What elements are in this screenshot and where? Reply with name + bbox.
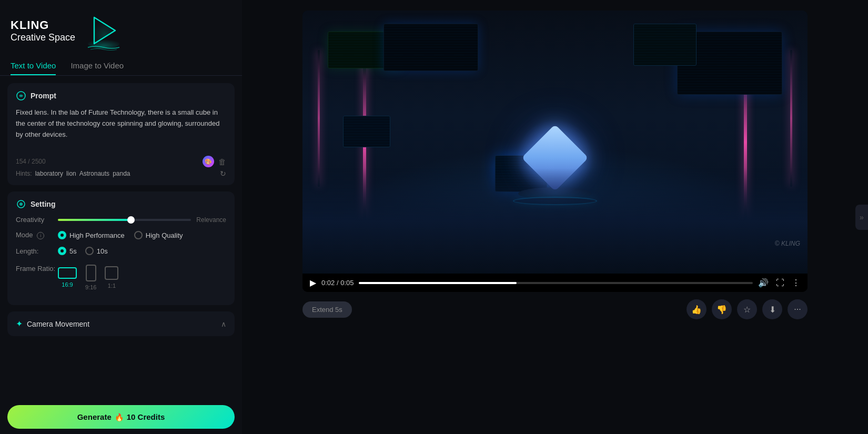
video-actions: 👍 👎 ☆ ⬇ ··· — [687, 299, 808, 319]
frame-label-916: 9:16 — [85, 284, 96, 290]
setting-icon — [16, 199, 26, 209]
mode-performance-label: High Performance — [69, 231, 125, 239]
mode-row: Mode i High Performance High Quality — [16, 231, 226, 239]
neon-pillar-far-right — [790, 50, 792, 187]
emoji-icon[interactable]: 🎨 — [203, 156, 214, 167]
camera-card[interactable]: ✦ Camera Movement ∧ — [7, 311, 235, 336]
logo-name-creative: Creative Space — [11, 32, 75, 43]
generate-credits: 10 Credits — [127, 412, 165, 421]
length-10s[interactable]: 10s — [85, 247, 108, 255]
tab-text-to-video[interactable]: Text to Video — [11, 57, 56, 75]
control-icons: 🔊 ⛶ ⋮ — [758, 278, 800, 288]
more-options-button[interactable]: ··· — [788, 299, 808, 319]
relevance-label: Relevance — [196, 216, 226, 224]
video-thumbnail: © KLING — [302, 11, 808, 274]
frame-ratio-label: Frame Ratio: — [16, 265, 58, 272]
logo-icon — [83, 9, 125, 52]
refresh-hints-icon[interactable]: ↻ — [220, 169, 226, 178]
length-5s-label: 5s — [69, 247, 77, 255]
chevron-right-icon: » — [860, 213, 864, 221]
download-button[interactable]: ⬇ — [762, 299, 782, 319]
generate-label: Generate — [77, 412, 112, 421]
frame-icon-wide — [58, 267, 77, 279]
frame-icon-square — [105, 266, 118, 280]
more-icon[interactable]: ⋮ — [792, 278, 800, 288]
video-player: © KLING ▶ 0:02 / 0:05 🔊 ⛶ ⋮ — [302, 11, 808, 292]
credit-icon: 🔥 — [115, 413, 124, 421]
mode-high-quality[interactable]: High Quality — [134, 231, 183, 239]
frame-label-169: 16:9 — [62, 281, 73, 288]
hint-laboratory[interactable]: laboratory — [35, 169, 63, 178]
frame-ratio-16-9[interactable]: 16:9 — [58, 267, 77, 288]
frame-ratio-1-1[interactable]: 1:1 — [105, 266, 118, 289]
svg-point-5 — [19, 203, 23, 206]
frame-ratio-row: Frame Ratio: 16:9 9:16 1:1 — [16, 263, 226, 290]
radio-dot-quality — [134, 231, 143, 239]
sidebar-content: Prompt Fixed lens. In the lab of Future … — [0, 83, 242, 434]
delete-icon[interactable]: 🗑 — [218, 157, 226, 166]
frame-icon-tall — [86, 265, 96, 281]
play-button[interactable]: ▶ — [310, 278, 316, 288]
logo-text: KLING Creative Space — [11, 18, 75, 43]
setting-header: Setting — [16, 199, 226, 209]
char-count: 154 / 2500 — [16, 158, 46, 165]
prompt-icon — [16, 90, 26, 101]
logo-area: KLING Creative Space — [0, 0, 242, 57]
progress-bar[interactable] — [359, 282, 753, 284]
volume-icon[interactable]: 🔊 — [758, 278, 769, 288]
time-display: 0:02 / 0:05 — [321, 279, 354, 287]
hint-lion[interactable]: lion — [66, 169, 76, 178]
frame-ratio-9-16[interactable]: 9:16 — [85, 265, 96, 290]
length-options: 5s 10s — [58, 247, 226, 255]
bg-screen-5 — [633, 24, 697, 66]
thumbs-up-button[interactable]: 👍 — [687, 299, 706, 319]
generate-btn-container: Generate 🔥 10 Credits — [0, 400, 242, 434]
creativity-label: Creativity — [16, 216, 58, 224]
mode-label: Mode i — [16, 231, 58, 239]
creativity-slider-container — [58, 219, 191, 221]
length-10s-label: 10s — [97, 247, 108, 255]
scene-floor — [302, 168, 808, 274]
hint-astronauts[interactable]: Astronauts — [79, 169, 109, 178]
sidebar: KLING Creative Space T — [0, 0, 242, 434]
nav-tabs: Text to Video Image to Video — [0, 57, 242, 76]
logo-name-kling: KLING — [11, 18, 75, 32]
prompt-textarea[interactable]: Fixed lens. In the lab of Future Technol… — [16, 107, 226, 149]
star-button[interactable]: ☆ — [737, 299, 757, 319]
prompt-title: Prompt — [31, 92, 56, 100]
collapse-right-panel[interactable]: » — [855, 205, 868, 230]
tab-image-to-video[interactable]: Image to Video — [70, 57, 124, 75]
length-row: Length: 5s 10s — [16, 247, 226, 255]
bg-screen-3 — [343, 116, 390, 147]
main-area: © KLING ▶ 0:02 / 0:05 🔊 ⛶ ⋮ Extend — [242, 0, 868, 434]
setting-title: Setting — [31, 200, 55, 208]
progress-fill — [359, 282, 516, 284]
extend-button[interactable]: Extend 5s — [302, 301, 352, 318]
camera-left: ✦ Camera Movement — [16, 319, 89, 329]
camera-title: Camera Movement — [27, 320, 89, 328]
prompt-card: Prompt Fixed lens. In the lab of Future … — [7, 83, 235, 185]
plus-icon: ✦ — [16, 319, 23, 329]
length-5s[interactable]: 5s — [58, 247, 77, 255]
frame-ratio-options: 16:9 9:16 1:1 — [58, 265, 226, 290]
video-wrapper: © KLING ▶ 0:02 / 0:05 🔊 ⛶ ⋮ Extend — [255, 11, 855, 423]
generate-button[interactable]: Generate 🔥 10 Credits — [7, 405, 235, 429]
video-controls: ▶ 0:02 / 0:05 🔊 ⛶ ⋮ — [302, 274, 808, 292]
radio-dot-10s — [85, 247, 94, 255]
radio-dot-performance — [58, 231, 66, 239]
mode-quality-label: High Quality — [146, 231, 183, 239]
hints-row: Hints: laboratory lion Astronauts panda … — [16, 169, 226, 178]
mode-info-icon[interactable]: i — [37, 232, 44, 239]
prompt-header: Prompt — [16, 90, 226, 101]
creativity-slider[interactable] — [58, 219, 191, 221]
creativity-row: Creativity Relevance — [16, 216, 226, 224]
thumbs-down-button[interactable]: 👎 — [712, 299, 732, 319]
fullscreen-icon[interactable]: ⛶ — [776, 278, 784, 288]
mode-high-performance[interactable]: High Performance — [58, 231, 125, 239]
chevron-up-icon: ∧ — [221, 320, 226, 328]
bg-screen-2 — [383, 24, 478, 71]
action-bar: Extend 5s 👍 👎 ☆ ⬇ ··· — [302, 299, 808, 319]
neon-pillar-far-left — [318, 50, 320, 187]
prompt-actions: 🎨 🗑 — [203, 156, 226, 167]
hint-panda[interactable]: panda — [113, 169, 130, 178]
